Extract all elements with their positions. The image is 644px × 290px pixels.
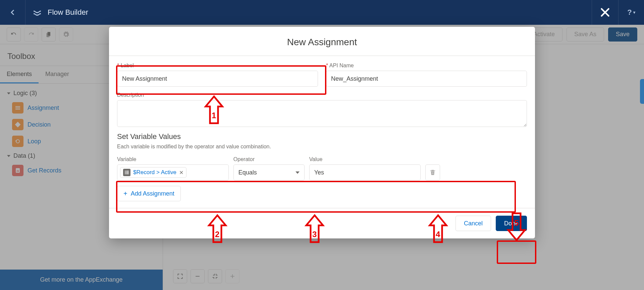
section-title: Set Variable Values [117,132,527,141]
topbar-left: Flow Builder [0,0,96,25]
app-title: Flow Builder [48,8,88,17]
add-assignment-label: Add Assignment [131,190,174,197]
operator-selected: Equals [238,169,257,176]
svg-rect-11 [125,173,126,174]
modal-title: New Assignment [117,37,527,48]
svg-rect-12 [126,173,129,174]
value-input[interactable] [309,164,421,180]
plus-icon: + [123,190,127,198]
description-label: Description [117,92,527,98]
modal-footer: Cancel Done [109,208,535,238]
top-bar: Flow Builder ? ▾ [0,0,644,25]
help-menu[interactable]: ? ▾ [619,0,644,25]
svg-rect-7 [125,171,126,171]
close-icon [599,6,611,18]
delete-row-button[interactable] [425,164,440,180]
modal-header: New Assignment [109,27,535,56]
svg-rect-10 [126,172,129,173]
operator-label: Operator [233,156,305,162]
operator-select[interactable]: Equals [233,164,305,180]
spacer [425,156,527,162]
label-input[interactable] [117,71,318,87]
variable-input[interactable]: $Record > Active ✕ [117,164,229,180]
back-button[interactable] [0,0,25,25]
svg-rect-8 [126,171,129,171]
label-label: Label [117,63,318,69]
trash-icon [429,169,436,176]
caret-down-icon [296,171,300,174]
value-label: Value [309,156,421,162]
description-input[interactable] [117,100,527,127]
variable-pill[interactable]: $Record > Active ✕ [120,167,186,178]
flow-logo-icon [33,8,42,17]
help-label: ? [627,8,632,17]
cancel-button[interactable]: Cancel [455,216,491,231]
modal-body: Label API Name Description Set Variable … [109,56,535,208]
svg-rect-9 [125,172,126,173]
assignment-row: Variable $Record > Active ✕ Operator Equ… [117,156,527,180]
apiname-input[interactable] [326,71,527,87]
close-button[interactable] [592,0,619,25]
caret-down-icon: ▾ [633,10,635,15]
app-title-wrap: Flow Builder [25,8,96,17]
variable-label: Variable [117,156,229,162]
new-assignment-modal: New Assignment Label API Name Descriptio… [109,27,535,238]
record-icon [123,169,130,176]
arrow-left-icon [9,8,17,16]
add-assignment-button[interactable]: + Add Assignment [117,186,181,201]
variable-pill-text: $Record > Active [133,169,176,176]
apiname-label: API Name [326,63,527,69]
topbar-right: ? ▾ [592,0,644,25]
pill-remove-button[interactable]: ✕ [179,169,183,176]
done-button[interactable]: Done [496,216,527,231]
section-hint: Each variable is modified by the operato… [117,144,527,150]
